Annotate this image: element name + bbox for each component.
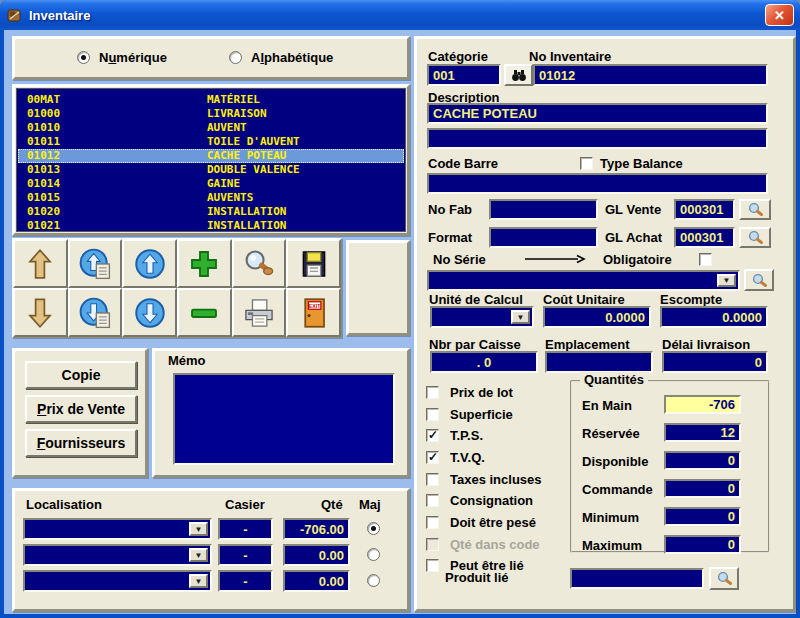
en-main-field[interactable]: -706 — [664, 395, 741, 414]
reservee-label: Réservée — [582, 426, 640, 441]
page-up-button[interactable] — [68, 239, 123, 288]
record-up-button[interactable] — [122, 239, 177, 288]
tvq-checkbox[interactable] — [426, 451, 439, 464]
disponible-field[interactable]: 0 — [664, 451, 741, 470]
dropdown-button[interactable]: ▼ — [511, 310, 530, 324]
dropdown-button[interactable]: ▼ — [189, 522, 208, 536]
peut-etre-lie-checkbox[interactable] — [426, 559, 439, 572]
casier-field-2[interactable]: - — [218, 544, 273, 566]
print-button[interactable] — [232, 288, 287, 337]
delai-livraison-field[interactable]: 0 — [662, 351, 768, 373]
qte-field-2[interactable]: 0.00 — [283, 544, 350, 566]
qte-field-3[interactable]: 0.00 — [283, 570, 350, 592]
exit-button[interactable]: EXIT — [286, 288, 341, 337]
dropdown-button[interactable]: ▼ — [189, 574, 208, 588]
radio-alphabetique[interactable] — [229, 51, 242, 64]
type-balance-checkbox[interactable] — [580, 157, 593, 170]
casier-field-1[interactable]: - — [218, 518, 273, 540]
code-barre-field[interactable] — [427, 173, 768, 194]
no-serie-combo[interactable]: ▼ — [427, 270, 740, 291]
list-item-selected[interactable]: 01012CACHE POTEAU — [18, 149, 404, 163]
consignation-checkbox[interactable] — [426, 494, 439, 507]
produit-lie-field[interactable] — [570, 568, 704, 589]
detail-panel: Catégorie 001 No Inventaire 01012 Descri… — [414, 36, 796, 612]
reservee-field[interactable]: 12 — [664, 423, 741, 442]
list-item[interactable]: 01015AUVENTS — [18, 191, 404, 205]
circle-up-icon — [133, 247, 167, 281]
prix-de-lot-checkbox[interactable] — [426, 386, 439, 399]
casier-field-3[interactable]: - — [218, 570, 273, 592]
qte-dans-code-label: Qté dans code — [450, 537, 540, 552]
list-item[interactable]: 01010AUVENT — [18, 121, 404, 135]
escompte-field[interactable]: 0.0000 — [660, 306, 768, 328]
produit-lie-search-button[interactable] — [709, 567, 739, 590]
nbr-caisse-label: Nbr par Caisse — [429, 337, 521, 352]
list-item[interactable]: 01000LIVRAISON — [18, 107, 404, 121]
maj-radio-3[interactable] — [367, 574, 380, 587]
prix-de-vente-button[interactable]: Prix de Vente — [25, 395, 137, 423]
qte-field-1[interactable]: -706.00 — [283, 518, 350, 540]
tps-label: T.P.S. — [450, 428, 483, 443]
no-serie-search-button[interactable] — [744, 269, 774, 291]
no-fab-field[interactable] — [489, 199, 598, 220]
title-bar[interactable]: Inventaire ✕ — [0, 0, 800, 30]
cout-unitaire-field[interactable]: 0.0000 — [543, 306, 651, 328]
description-field-2[interactable] — [427, 128, 768, 149]
item-list[interactable]: 00MATMATÉRIEL 01000LIVRAISON 01010AUVENT… — [16, 88, 406, 232]
arrow-right-icon — [523, 254, 587, 264]
close-button[interactable]: ✕ — [765, 4, 794, 26]
remove-button[interactable] — [177, 288, 232, 337]
description-field[interactable]: CACHE POTEAU — [427, 103, 768, 124]
obligatoire-checkbox[interactable] — [699, 253, 712, 266]
page-down-button[interactable] — [68, 288, 123, 337]
dropdown-button[interactable]: ▼ — [189, 548, 208, 562]
maximum-field[interactable]: 0 — [664, 535, 741, 554]
nav-down-button[interactable] — [13, 288, 68, 337]
superficie-checkbox[interactable] — [426, 408, 439, 421]
nav-up-button[interactable] — [13, 239, 68, 288]
list-item[interactable]: 00MATMATÉRIEL — [18, 93, 404, 107]
radio-numerique[interactable] — [77, 51, 90, 64]
toolbar: EXIT — [12, 238, 342, 338]
gl-vente-field[interactable]: 000301 — [674, 199, 735, 220]
nbr-caisse-field[interactable]: . 0 — [430, 351, 538, 373]
maj-radio-1[interactable] — [367, 522, 380, 535]
search-button[interactable] — [232, 239, 287, 288]
add-button[interactable] — [177, 239, 232, 288]
record-down-button[interactable] — [122, 288, 177, 337]
list-item[interactable]: 01020INSTALLATION — [18, 205, 404, 219]
fournisseurs-button[interactable]: Fournisseurs — [25, 429, 137, 457]
categorie-field[interactable]: 001 — [427, 64, 501, 86]
tps-checkbox[interactable] — [426, 429, 439, 442]
gl-achat-field[interactable]: 000301 — [674, 227, 735, 248]
no-inventaire-field[interactable]: 01012 — [533, 64, 768, 86]
taxes-incluses-label: Taxes incluses — [450, 472, 542, 487]
emplacement-field[interactable] — [545, 351, 653, 373]
localisation-combo-1[interactable]: ▼ — [23, 518, 212, 540]
list-item[interactable]: 01013DOUBLE VALENCE — [18, 163, 404, 177]
format-field[interactable] — [489, 227, 598, 248]
disponible-label: Disponible — [582, 454, 648, 469]
dropdown-button[interactable]: ▼ — [717, 274, 736, 287]
list-item[interactable]: 01021INSTALLATION — [18, 219, 404, 232]
maj-radio-2[interactable] — [367, 548, 380, 561]
save-button[interactable] — [286, 239, 341, 288]
produit-lie-label: Produit lié — [445, 570, 509, 585]
inventory-window: Inventaire ✕ Numérique Alphabétique 00MA… — [0, 0, 800, 618]
unite-calcul-combo[interactable]: ▼ — [430, 306, 534, 328]
gl-achat-search-button[interactable] — [739, 227, 771, 248]
gl-vente-search-button[interactable] — [739, 199, 771, 220]
gl-achat-label: GL Achat — [605, 230, 662, 245]
localisation-combo-2[interactable]: ▼ — [23, 544, 212, 566]
commande-field[interactable]: 0 — [664, 479, 741, 498]
copie-button[interactable]: Copie — [25, 361, 137, 389]
list-item[interactable]: 01014GAINE — [18, 177, 404, 191]
minimum-field[interactable]: 0 — [664, 507, 741, 526]
doit-etre-pese-checkbox[interactable] — [426, 516, 439, 529]
printer-icon — [242, 297, 276, 329]
localisation-combo-3[interactable]: ▼ — [23, 570, 212, 592]
categorie-search-button[interactable] — [504, 64, 533, 86]
memo-field[interactable] — [173, 373, 395, 465]
list-item[interactable]: 01011TOILE D'AUVENT — [18, 135, 404, 149]
taxes-incluses-checkbox[interactable] — [426, 473, 439, 486]
